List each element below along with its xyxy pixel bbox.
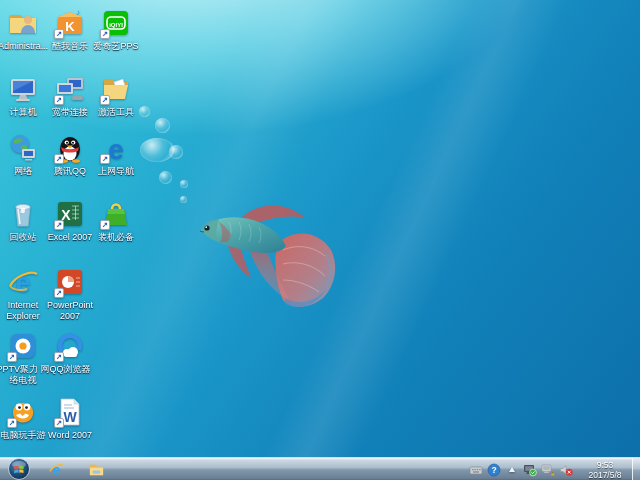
show-desktop-button[interactable] (632, 458, 640, 480)
bubble (180, 196, 187, 203)
kuwo-k-text: K (65, 19, 75, 34)
desktop-icon-label: Word 2007 (41, 430, 99, 441)
shortcut-arrow-icon: ↗ (54, 418, 64, 428)
shortcut-arrow-icon: ↗ (100, 220, 110, 230)
word-w-text: W (63, 409, 77, 425)
word-icon: W ↗ (54, 396, 86, 428)
desktop-icon-powerpoint-2007[interactable]: ↗ PowerPoint 2007 (41, 266, 99, 322)
desktop-icon-essential-software[interactable]: ↗ 装机必备 (87, 198, 145, 243)
bubble (169, 145, 183, 159)
help-question-text: ? (491, 465, 496, 475)
internet-explorer-icon: e (48, 461, 65, 478)
kuwo-music-icon: K ♪ ↗ (54, 7, 86, 39)
desktop-icon-word-2007[interactable]: W ↗ Word 2007 (41, 396, 99, 441)
action-center-icon[interactable] (523, 463, 537, 477)
broadband-connection-icon: ↗ (54, 73, 86, 105)
taskbar: e ? (0, 457, 640, 480)
shortcut-arrow-icon: ↗ (100, 29, 110, 39)
user-folder-icon (7, 7, 39, 39)
show-hidden-icons-button[interactable] (505, 463, 519, 477)
excel-icon: X ↗ (54, 198, 86, 230)
desktop-icon-web-navigation[interactable]: e ↗ 上网导航 (87, 132, 145, 177)
desktop: Administra... K ♪ ↗ 酷我音乐 iQIYI ↗ 爱奇艺PPS … (0, 0, 640, 480)
nav-e-text: e (108, 134, 124, 164)
pptv-icon: ↗ (7, 330, 39, 362)
desktop-icon-label: 激活工具 (87, 107, 145, 118)
desktop-icon-activation-tool[interactable]: ↗ 激活工具 (87, 73, 145, 118)
desktop-icon-label: 装机必备 (87, 232, 145, 243)
shortcut-arrow-icon: ↗ (54, 154, 64, 164)
tray-clock[interactable]: 9:53 2017/5/8 (580, 460, 630, 480)
desktop-icon-iqiyi-pps[interactable]: iQIYI ↗ 爱奇艺PPS (87, 7, 145, 52)
warning-exclamation-text: ! (552, 472, 553, 476)
network-status-warning-icon[interactable]: ! (541, 463, 555, 477)
desktop-icon-label: 上网导航 (87, 166, 145, 177)
start-button[interactable] (8, 458, 30, 480)
recycle-bin-icon (7, 198, 39, 230)
music-note-glyph: ♪ (76, 8, 80, 17)
desktop-icon-qq-browser[interactable]: ↗ QQ浏览器 (41, 330, 99, 375)
shortcut-arrow-icon: ↗ (54, 352, 64, 362)
folder-icon (88, 461, 105, 478)
shopping-bag-icon: ↗ (100, 198, 132, 230)
blue-e-browser-icon: e ↗ (100, 132, 132, 164)
shortcut-arrow-icon: ↗ (100, 154, 110, 164)
shortcut-arrow-icon: ↗ (54, 220, 64, 230)
monster-mascot-icon: ↗ (7, 396, 39, 428)
computer-icon (7, 73, 39, 105)
desktop-icon-label: PowerPoint 2007 (41, 300, 99, 322)
internet-explorer-icon: e (7, 266, 39, 298)
qq-penguin-icon: ↗ (54, 132, 86, 164)
shortcut-arrow-icon: ↗ (54, 29, 64, 39)
volume-muted-icon[interactable] (559, 463, 573, 477)
iqiyi-logo-text: iQIYI (109, 22, 123, 28)
bubble (180, 180, 188, 188)
clock-date: 2017/5/8 (580, 470, 630, 480)
system-tray: ? ! 9:53 2017/5/8 (469, 458, 630, 480)
desktop-icon-label: 爱奇艺PPS (87, 41, 145, 52)
taskbar-windows-explorer-button[interactable] (82, 459, 110, 480)
shortcut-arrow-icon: ↗ (54, 95, 64, 105)
clock-time: 9:53 (580, 460, 630, 470)
qq-browser-icon: ↗ (54, 330, 86, 362)
tools-folder-icon: ↗ (100, 73, 132, 105)
taskbar-internet-explorer-button[interactable]: e (42, 459, 70, 480)
input-method-keyboard-icon[interactable] (469, 463, 483, 477)
shortcut-arrow-icon: ↗ (54, 288, 64, 298)
betta-fish-wallpaper (193, 192, 341, 317)
desktop-icon-label: QQ浏览器 (41, 364, 99, 375)
network-globe-icon (7, 132, 39, 164)
shortcut-arrow-icon: ↗ (100, 95, 110, 105)
bubble (159, 171, 172, 184)
shortcut-arrow-icon: ↗ (7, 418, 17, 428)
help-icon[interactable]: ? (487, 463, 501, 477)
powerpoint-icon: ↗ (54, 266, 86, 298)
shortcut-arrow-icon: ↗ (7, 352, 17, 362)
iqiyi-icon: iQIYI ↗ (100, 7, 132, 39)
bubble (155, 118, 170, 133)
chevron-up-icon (509, 467, 515, 472)
